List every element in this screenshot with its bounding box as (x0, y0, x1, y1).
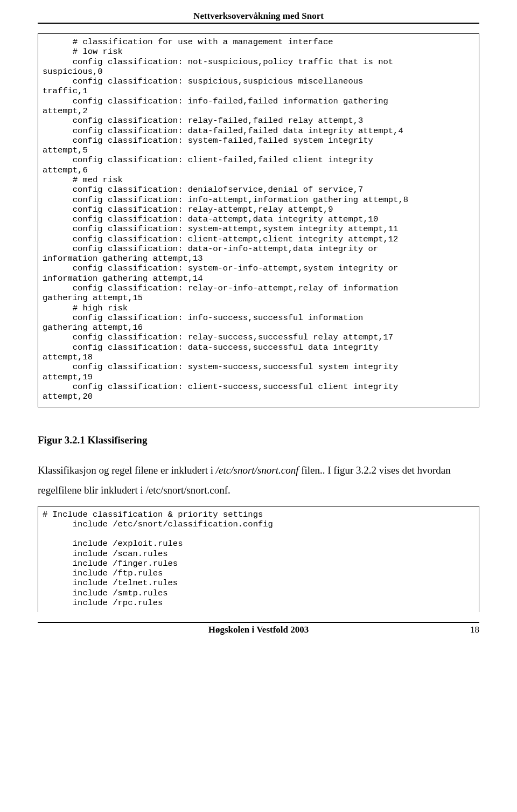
paragraph-filepath-italic: /etc/snort/snort.conf (216, 464, 299, 476)
document-header: Nettverksovervåkning med Snort (38, 11, 479, 24)
page: Nettverksovervåkning med Snort # classif… (0, 0, 517, 655)
footer: Høgskolen i Vestfold 2003 18 (38, 622, 479, 639)
body-paragraph: Klassifikasjon og regel filene er inklud… (38, 460, 479, 500)
footer-page-number: 18 (470, 624, 479, 635)
paragraph-text-pre: Klassifikasjon og regel filene er inklud… (38, 464, 216, 476)
code-block-includes: # Include classification & priority sett… (38, 506, 479, 613)
footer-center-text: Høgskolen i Vestfold 2003 (38, 623, 479, 635)
code-block-classification: # classification for use with a manageme… (38, 33, 479, 407)
figure-heading: Figur 3.2.1 Klassifisering (38, 434, 479, 446)
